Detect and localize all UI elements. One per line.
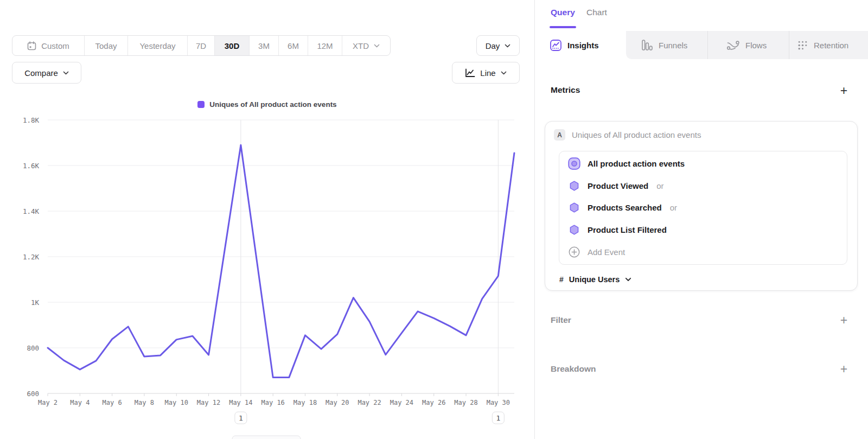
tab-insights[interactable]: Insights <box>550 31 599 59</box>
compare-dropdown[interactable]: Compare <box>12 62 81 84</box>
range-3m[interactable]: 3M <box>250 36 279 55</box>
retention-icon <box>797 40 808 50</box>
event-row-product-list-filtered[interactable]: Product List Filtered <box>559 219 847 241</box>
chevron-down-icon <box>501 71 507 75</box>
x-axis-tick: May 22 <box>358 399 381 406</box>
granularity-dropdown[interactable]: Day <box>476 35 520 56</box>
x-axis-tick: May 8 <box>135 399 154 406</box>
chevron-down-icon <box>505 44 510 48</box>
x-axis-tick: May 6 <box>103 399 122 406</box>
calendar-icon <box>27 41 36 50</box>
chevron-down-icon <box>625 277 631 282</box>
range-30d-selected[interactable]: 30D <box>215 36 250 55</box>
y-axis-tick: 1.2K <box>23 253 40 261</box>
event-row-products-searched[interactable]: Products Searched or <box>559 197 847 219</box>
range-6m[interactable]: 6M <box>279 36 308 55</box>
svg-text:1: 1 <box>239 414 243 422</box>
x-axis-tick: May 26 <box>422 399 445 406</box>
add-breakdown-button[interactable]: + <box>839 365 849 375</box>
tab-query[interactable]: Query <box>551 8 575 17</box>
series-line <box>48 145 514 377</box>
filter-section-header[interactable]: Filter <box>551 315 571 325</box>
annotation-badge[interactable]: 1 <box>235 412 247 424</box>
report-type-tabs: Insights Funnels Flows <box>534 31 868 59</box>
number-icon: # <box>559 275 564 284</box>
event-hexagon-icon <box>567 225 580 235</box>
event-hexagon-icon <box>567 202 580 213</box>
series-header[interactable]: A Uniques of All product action events <box>554 129 701 141</box>
active-tab-underline <box>550 26 576 28</box>
tab-flows[interactable]: Flows <box>727 31 767 59</box>
x-axis-tick: May 12 <box>197 399 220 406</box>
y-axis-tick: 1.4K <box>23 207 40 215</box>
breakdown-section-header[interactable]: Breakdown <box>551 364 596 374</box>
custom-event-icon <box>567 157 580 170</box>
y-axis-tick: 800 <box>27 344 39 352</box>
range-today[interactable]: Today <box>85 36 128 55</box>
tab-funnels[interactable]: Funnels <box>642 31 687 59</box>
flows-icon <box>727 40 739 50</box>
y-axis-tick: 1K <box>31 298 40 307</box>
line-chart-icon <box>465 68 475 78</box>
metrics-heading: Metrics <box>551 85 580 95</box>
y-axis-tick: 600 <box>27 390 39 398</box>
series-title: Uniques of All product action events <box>572 130 701 139</box>
date-range-segmented-control: Custom Today Yesterday 7D 30D 3M 6M 12M … <box>12 35 391 56</box>
add-event-button[interactable]: Add Event <box>559 241 847 263</box>
x-axis-tick: May 2 <box>38 399 58 406</box>
x-axis-tick: May 10 <box>165 399 188 406</box>
panel-divider <box>534 0 535 439</box>
range-label: Custom <box>41 41 69 50</box>
range-12m[interactable]: 12M <box>308 36 342 55</box>
range-7d[interactable]: 7D <box>188 36 215 55</box>
add-circle-icon <box>567 246 580 258</box>
svg-text:1: 1 <box>496 414 500 422</box>
range-xtd-dropdown[interactable]: XTD <box>342 36 390 55</box>
event-list: All product action events Product Viewed… <box>559 151 847 265</box>
x-axis-tick: May 4 <box>70 399 90 406</box>
analytics-app: Custom Today Yesterday 7D 30D 3M 6M 12M … <box>0 0 868 439</box>
y-axis-tick: 1.6K <box>23 162 40 170</box>
event-hexagon-icon <box>567 181 580 191</box>
add-metric-button[interactable]: + <box>839 86 849 97</box>
aggregation-selector[interactable]: # Unique Users <box>559 273 631 285</box>
insights-icon <box>550 40 561 51</box>
x-axis-tick: May 28 <box>454 399 477 406</box>
chevron-down-icon <box>63 71 69 75</box>
chevron-down-icon <box>374 44 380 48</box>
x-axis-tick: May 20 <box>326 399 349 406</box>
series-badge: A <box>554 129 565 141</box>
x-axis-tick: May 24 <box>390 399 413 406</box>
funnels-icon <box>642 40 653 50</box>
range-yesterday[interactable]: Yesterday <box>128 36 188 55</box>
add-filter-button[interactable]: + <box>839 316 849 326</box>
x-axis-tick: May 30 <box>487 399 510 406</box>
line-chart[interactable]: 6008001K1.2K1.4K1.6K1.8KMay 2May 4May 6M… <box>0 98 534 439</box>
x-axis-tick: May 16 <box>261 399 284 406</box>
x-axis-tick: May 14 <box>229 399 252 406</box>
event-row-product-viewed[interactable]: Product Viewed or <box>559 175 847 196</box>
tab-separator <box>789 31 789 59</box>
range-custom[interactable]: Custom <box>12 36 85 55</box>
y-axis-tick: 1.8K <box>23 116 40 124</box>
annotation-badge[interactable]: 1 <box>492 412 504 424</box>
event-row-all-product-actions[interactable]: All product action events <box>559 153 847 175</box>
tab-retention[interactable]: Retention <box>797 31 848 59</box>
x-axis-tick: May 18 <box>293 399 317 406</box>
chart-type-dropdown[interactable]: Line <box>452 62 520 84</box>
tab-chart[interactable]: Chart <box>586 8 607 17</box>
minimap-slider-partial[interactable] <box>232 436 301 439</box>
tab-separator <box>707 31 708 59</box>
